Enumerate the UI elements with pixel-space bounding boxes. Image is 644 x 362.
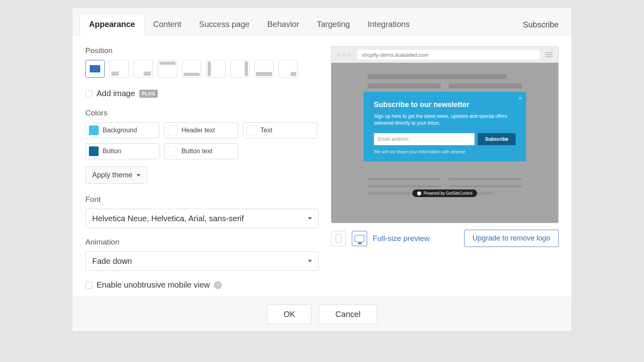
tab-success-page[interactable]: Success page [190,14,259,35]
swatch-background [89,125,99,135]
swatch-text [247,125,256,135]
swatch-button-text [168,146,178,156]
position-left-panel[interactable] [206,60,225,78]
close-icon[interactable]: × [518,95,522,102]
tab-integrations[interactable]: Integrations [359,14,419,35]
tab-appearance[interactable]: Appearance [80,14,144,36]
add-image-label: Add image [97,89,135,98]
tabbar: Appearance Content Success page Behavior… [72,8,572,36]
mobile-view-row[interactable]: Enable unobtrusive mobile view ? [85,280,319,290]
popup-title: Subscribe to our newsletter [374,101,516,109]
position-bottom-right[interactable] [134,60,153,78]
position-right-panel[interactable] [230,60,250,78]
tab-content[interactable]: Content [144,14,190,35]
preview-controls: Full-size preview Upgrade to remove logo [331,230,559,247]
widget-type-label: Subscribe [523,20,564,29]
font-label: Font [85,195,319,204]
caret-down-icon [308,217,312,220]
tab-behavior[interactable]: Behavior [258,14,308,35]
caret-down-icon [136,174,140,177]
color-text[interactable]: Text [243,122,317,138]
preview-browser-chrome: shopify-demo.dualsided.com [331,47,558,63]
traffic-lights-icon [337,53,351,56]
position-options [85,60,319,78]
popup-description: Sign up here to get the latest news, upd… [374,113,516,127]
animation-label: Animation [85,238,319,247]
mobile-view-checkbox[interactable] [85,282,93,289]
position-bottom-left[interactable] [109,60,129,78]
popup-privacy-note: We will not share your information with … [374,149,516,154]
add-image-checkbox[interactable] [85,90,93,97]
apply-theme-button[interactable]: Apply theme [85,167,147,184]
position-bottom-strip[interactable] [254,60,274,78]
cancel-button[interactable]: Cancel [319,304,377,324]
mobile-view-label: Enable unobtrusive mobile view [97,280,210,290]
color-button-label: Button [103,148,121,155]
font-value: Helvetica Neue, Helvetica, Arial, sans-s… [92,214,244,223]
help-icon[interactable]: ? [214,281,222,289]
color-background-label: Background [103,127,137,134]
preview-frame: shopify-demo.dualsided.com [331,46,559,223]
position-corner-tab[interactable] [279,60,298,78]
position-top-bar[interactable] [158,60,177,78]
color-button-text[interactable]: Button text [164,143,238,159]
popup-email-input[interactable]: Email address [374,133,475,145]
swatch-header-text [168,125,178,135]
color-button[interactable]: Button [85,143,159,159]
color-button-text-label: Button text [182,148,213,155]
ok-button[interactable]: OK [267,304,312,324]
preview-body: × Subscribe to our newsletter Sign up he… [331,63,558,223]
preview-url: shopify-demo.dualsided.com [357,50,540,60]
animation-select[interactable]: Fade down [85,251,319,271]
color-text-label: Text [260,127,272,134]
tab-targeting[interactable]: Targeting [308,14,359,35]
mobile-icon [336,234,341,243]
device-desktop-button[interactable] [352,231,367,246]
swatch-button [89,146,99,156]
caret-down-icon [308,260,312,262]
position-bottom-bar[interactable] [182,60,201,78]
colors-label: Colors [85,109,319,117]
animation-value: Fade down [92,257,132,266]
color-background[interactable]: Background [85,122,159,138]
device-mobile-button[interactable] [331,231,346,246]
preview-popup: × Subscribe to our newsletter Sign up he… [363,92,526,161]
full-size-preview-link[interactable]: Full-size preview [373,234,429,243]
powered-by-badge: Powered by GetSiteControl [412,189,477,197]
colors-grid: Background Header text Text Button Butto… [85,122,319,159]
popup-subscribe-button[interactable]: Subscribe [478,133,516,145]
plus-badge: PLUS [139,90,158,98]
position-label: Position [85,46,319,55]
position-center[interactable] [85,60,105,78]
apply-theme-label: Apply theme [92,171,132,179]
hamburger-icon [545,52,553,57]
add-image-row[interactable]: Add image PLUS [85,89,319,98]
upgrade-remove-logo-button[interactable]: Upgrade to remove logo [464,230,559,247]
dialog-footer: OK Cancel [72,297,572,331]
widget-editor-dialog: Appearance Content Success page Behavior… [72,8,572,331]
desktop-icon [355,235,364,242]
color-header-text[interactable]: Header text [164,122,238,138]
color-header-text-label: Header text [182,127,215,134]
font-select[interactable]: Helvetica Neue, Helvetica, Arial, sans-s… [85,209,319,228]
